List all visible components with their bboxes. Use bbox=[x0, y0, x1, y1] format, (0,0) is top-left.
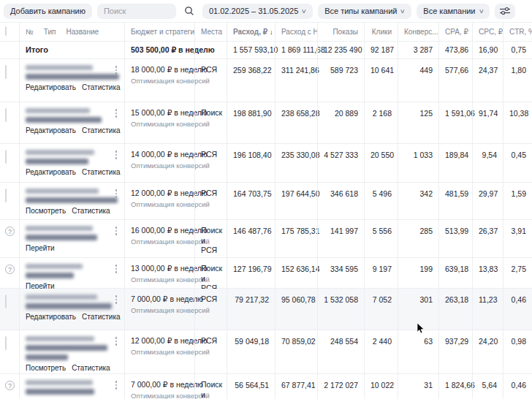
row-checkbox[interactable] bbox=[5, 108, 7, 122]
totals-spend-vat: 1 869 111,68 bbox=[275, 42, 317, 58]
budget-cell: 12 000,00 ₽ в неделюОптимизация конверси… bbox=[124, 330, 194, 375]
places-cell: РСЯ bbox=[194, 330, 227, 375]
campaign-type-label: Все типы кампаний bbox=[324, 7, 397, 15]
sort-desc-icon: ↓ bbox=[270, 28, 273, 36]
row-checkbox[interactable] bbox=[5, 336, 7, 350]
col-budget[interactable]: Бюджет и стратегия bbox=[124, 23, 194, 41]
impressions-value: 141 997 bbox=[317, 220, 364, 259]
kebab-menu-icon[interactable] bbox=[112, 189, 121, 198]
row-action-link[interactable]: Редактировать bbox=[26, 313, 76, 321]
cpa-value: 1 591,06 bbox=[438, 102, 472, 143]
col-cpa[interactable]: CPA, ₽ bbox=[438, 23, 472, 41]
row-checkbox[interactable] bbox=[5, 150, 7, 164]
row-action-link[interactable]: Посмотреть bbox=[26, 207, 66, 215]
clicks-value: 7 052 bbox=[364, 289, 398, 330]
strategy-label: Оптимизация конверсий bbox=[131, 238, 189, 246]
impressions-value: 346 618 bbox=[317, 183, 364, 219]
row-action-link[interactable]: Редактировать bbox=[26, 126, 76, 134]
cpc-value: 24,20 bbox=[472, 330, 503, 375]
select-all-checkbox[interactable] bbox=[5, 26, 7, 36]
row-action-link[interactable]: Статистика bbox=[82, 83, 121, 91]
strategy-label: Оптимизация конверсий bbox=[131, 306, 189, 314]
col-places[interactable]: Места bbox=[194, 23, 227, 41]
conversions-value: 125 bbox=[398, 102, 438, 143]
table-row: РедактироватьСтатистика18 000,00 ₽ в нед… bbox=[0, 59, 532, 102]
clicks-value: 20 550 bbox=[364, 144, 398, 182]
impressions-value: 1 532 058 bbox=[317, 289, 364, 330]
conversions-value: 285 bbox=[398, 220, 438, 259]
col-number[interactable]: № bbox=[26, 28, 34, 36]
campaign-type-filter[interactable]: Все типы кампаний ∨ bbox=[318, 4, 411, 19]
col-spend-vat[interactable]: Расход с Н... bbox=[275, 23, 317, 41]
row-action-link[interactable]: Редактировать bbox=[26, 168, 76, 176]
campaign-name-cell bbox=[19, 374, 124, 399]
col-name[interactable]: Название bbox=[66, 28, 99, 36]
col-cpc[interactable]: CPC, ₽ bbox=[472, 23, 503, 41]
date-range-picker[interactable]: 01.02.2025 – 31.05.2025 ∨ bbox=[202, 4, 313, 19]
kebab-menu-icon[interactable] bbox=[112, 265, 121, 273]
cpa-value: 189,84 bbox=[438, 144, 472, 182]
cpa-value: 481,59 bbox=[438, 183, 472, 219]
row-checkbox[interactable] bbox=[5, 65, 7, 79]
kebab-menu-icon[interactable] bbox=[112, 337, 121, 346]
spend-value: 79 217,32 bbox=[227, 289, 275, 330]
help-icon[interactable]: ? bbox=[5, 265, 15, 274]
row-action-link[interactable]: Перейти bbox=[26, 244, 55, 252]
row-actions: РедактироватьСтатистика bbox=[26, 313, 113, 321]
budget-value: 12 000,00 ₽ в неделю bbox=[131, 336, 189, 345]
table-row: РедактироватьСтатистика15 000,00 ₽ в нед… bbox=[0, 102, 532, 144]
spend-vat-value: 70 859,02 bbox=[275, 330, 317, 375]
impressions-value: 2 172 027 bbox=[317, 374, 364, 399]
strategy-label: Оптимизация конверсий bbox=[131, 276, 189, 284]
col-type[interactable]: Тип bbox=[44, 28, 56, 36]
col-conversions[interactable]: Конверс... bbox=[398, 23, 438, 41]
totals-conversions: 3 287 bbox=[398, 42, 438, 58]
col-clicks[interactable]: Клики bbox=[364, 23, 398, 41]
campaign-name-cell: ПосмотретьСтатистика bbox=[19, 183, 124, 219]
campaign-filter[interactable]: Все кампании ∨ bbox=[417, 4, 490, 19]
row-action-link[interactable]: Статистика bbox=[82, 126, 121, 134]
row-action-link[interactable]: Редактировать bbox=[26, 83, 76, 91]
row-select-cell bbox=[0, 59, 19, 102]
ctr-value: 0,98 bbox=[503, 330, 532, 375]
row-action-link[interactable]: Посмотреть bbox=[26, 364, 66, 372]
redacted-campaign-name bbox=[26, 264, 83, 269]
cpa-value: 513,99 bbox=[438, 220, 472, 259]
redacted-campaign-name bbox=[26, 273, 74, 278]
search-input[interactable] bbox=[97, 4, 176, 19]
budget-cell: 7 000,00 ₽ в неделюОптимизация конверсий bbox=[124, 374, 194, 399]
spend-value: 259 368,22 bbox=[227, 59, 275, 102]
row-checkbox[interactable] bbox=[5, 189, 7, 202]
col-impressions[interactable]: Показы bbox=[317, 23, 364, 41]
column-settings-button[interactable] bbox=[495, 4, 515, 19]
budget-cell: 15 000,00 ₽ в неделюОптимизация конверси… bbox=[124, 102, 194, 143]
row-action-link[interactable]: Статистика bbox=[72, 207, 110, 215]
places-cell: РСЯ bbox=[194, 183, 227, 219]
spend-vat-value: 197 644,50 bbox=[275, 183, 317, 219]
kebab-menu-icon[interactable] bbox=[112, 151, 121, 159]
row-action-link[interactable]: Статистика bbox=[82, 313, 121, 321]
kebab-menu-icon[interactable] bbox=[112, 381, 121, 390]
places-cell: РСЯ bbox=[194, 59, 227, 102]
row-checkbox[interactable] bbox=[5, 294, 7, 308]
ctr-value: 1,80 bbox=[503, 59, 532, 102]
totals-spend: 1 557 593,10 bbox=[227, 42, 275, 58]
col-ctr[interactable]: CTR, % bbox=[503, 23, 532, 41]
row-action-link[interactable]: Статистика bbox=[82, 168, 121, 176]
strategy-label: Оптимизация конверсий bbox=[131, 348, 189, 356]
col-spend[interactable]: Расход, ₽ ↓ bbox=[227, 23, 275, 41]
campaign-name-cell: ПосмотретьСтатистика bbox=[19, 330, 124, 375]
totals-cpc: 16,90 bbox=[472, 42, 503, 58]
cpa-value: 1 824,66 bbox=[438, 374, 472, 399]
conversions-value: 1 033 bbox=[398, 144, 438, 182]
row-action-link[interactable]: Статистика bbox=[72, 364, 110, 372]
table-row: ?Перейти16 000,00 ₽ в неделюОптимизация … bbox=[0, 220, 532, 258]
kebab-menu-icon[interactable] bbox=[112, 66, 121, 75]
search-icon[interactable] bbox=[181, 6, 197, 16]
help-icon[interactable]: ? bbox=[5, 381, 15, 390]
kebab-menu-icon[interactable] bbox=[112, 227, 121, 235]
kebab-menu-icon[interactable] bbox=[112, 109, 121, 118]
help-icon[interactable]: ? bbox=[5, 227, 15, 236]
add-campaign-button[interactable]: Добавить кампанию bbox=[4, 4, 92, 19]
kebab-menu-icon[interactable] bbox=[112, 295, 121, 304]
